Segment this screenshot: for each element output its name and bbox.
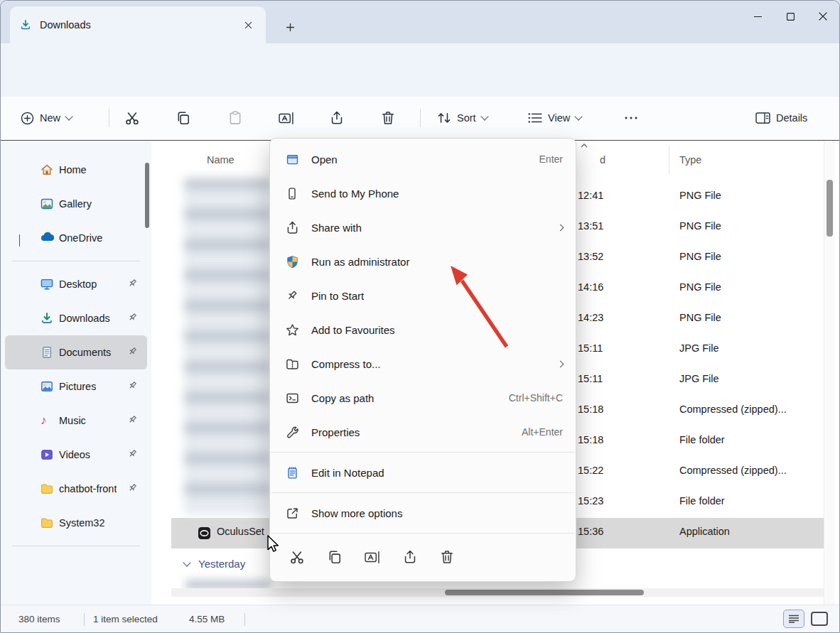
sidebar-item-home[interactable]: Home bbox=[5, 153, 147, 187]
close-button[interactable] bbox=[807, 1, 839, 32]
maximize-button[interactable] bbox=[774, 1, 807, 32]
chevron-right-icon[interactable] bbox=[19, 234, 20, 246]
type-cell: JPG File bbox=[679, 342, 719, 354]
new-button-label: New bbox=[40, 112, 60, 124]
column-header-type[interactable]: Type bbox=[679, 154, 701, 166]
sidebar-item-documents[interactable]: Documents bbox=[5, 335, 147, 369]
menu-item-pin-to-start[interactable]: Pin to Start bbox=[270, 278, 576, 313]
navigation-pane: Home Gallery OneDrive Desktop bbox=[1, 141, 151, 605]
pin-icon bbox=[127, 278, 139, 289]
menu-item-show-more-options[interactable]: Show more options bbox=[270, 496, 576, 530]
menu-item-send-to-my-phone[interactable]: Send to My Phone bbox=[270, 176, 576, 210]
delete-button[interactable] bbox=[377, 97, 399, 139]
menu-item-compress-to[interactable]: Compress to... bbox=[270, 347, 576, 381]
new-tab-button[interactable] bbox=[280, 17, 300, 37]
sidebar-scrollbar-thumb[interactable] bbox=[145, 163, 149, 228]
menu-item-open[interactable]: Open Enter bbox=[270, 142, 576, 176]
sort-button-label: Sort bbox=[457, 112, 476, 124]
date-modified-cell: 15:18 bbox=[578, 434, 603, 445]
pin-icon bbox=[127, 482, 139, 494]
notepad-icon bbox=[284, 465, 300, 480]
rename-button[interactable] bbox=[276, 97, 297, 139]
sidebar-item-label: Videos bbox=[59, 449, 90, 460]
sidebar-item-gallery[interactable]: Gallery bbox=[5, 187, 147, 221]
context-menu: Open Enter Send to My Phone Share with R… bbox=[269, 138, 576, 582]
statusbar-divider bbox=[244, 613, 245, 626]
column-header-date-modified[interactable]: d bbox=[600, 154, 605, 166]
vertical-scrollbar-thumb[interactable] bbox=[826, 180, 833, 237]
sidebar-item-chatbot-front[interactable]: chatbot-front bbox=[5, 472, 147, 506]
type-cell: PNG File bbox=[679, 251, 721, 262]
menu-item-label: Properties bbox=[311, 426, 522, 438]
sidebar-item-desktop[interactable]: Desktop bbox=[5, 267, 147, 301]
delete-icon[interactable] bbox=[440, 550, 454, 564]
date-modified-cell: 15:11 bbox=[578, 342, 603, 354]
type-cell: Compressed (zipped)... bbox=[679, 404, 787, 415]
sidebar-item-onedrive[interactable]: OneDrive bbox=[5, 221, 147, 255]
new-button[interactable]: New bbox=[21, 97, 72, 139]
menu-item-run-as-administrator[interactable]: Run as administrator bbox=[270, 244, 576, 278]
type-cell: JPG File bbox=[679, 373, 719, 384]
menu-item-edit-in-notepad[interactable]: Edit in Notepad bbox=[270, 455, 576, 489]
selection-size: 4.55 MB bbox=[189, 614, 225, 624]
details-view-toggle[interactable] bbox=[783, 610, 804, 628]
paste-button[interactable] bbox=[225, 97, 246, 139]
sidebar-item-music[interactable]: ♪ Music bbox=[5, 404, 147, 438]
sidebar-item-system32[interactable]: System32 bbox=[5, 506, 147, 540]
music-icon: ♪ bbox=[41, 414, 53, 427]
tab-close-icon[interactable] bbox=[240, 17, 256, 33]
sidebar-item-label: Home bbox=[59, 164, 87, 175]
menu-item-copy-as-path[interactable]: Copy as path Ctrl+Shift+C bbox=[270, 381, 576, 415]
sidebar-item-label: chatbot-front bbox=[59, 483, 117, 494]
sidebar-divider bbox=[12, 261, 140, 261]
menu-item-properties[interactable]: Properties Alt+Enter bbox=[270, 415, 576, 449]
sidebar-item-videos[interactable]: Videos bbox=[5, 438, 147, 472]
view-button[interactable]: View bbox=[528, 97, 581, 139]
menu-divider bbox=[271, 533, 575, 534]
sidebar-item-pictures[interactable]: Pictures bbox=[5, 369, 147, 404]
see-more-button[interactable] bbox=[620, 97, 642, 139]
column-header-name[interactable]: Name bbox=[207, 154, 235, 166]
chevron-down-icon bbox=[575, 112, 583, 120]
file-explorer-window: Downloads bbox=[0, 0, 840, 633]
date-modified-cell: 15:36 bbox=[578, 526, 603, 537]
rename-icon[interactable] bbox=[365, 551, 380, 564]
path-icon bbox=[284, 391, 300, 405]
share-icon bbox=[284, 220, 300, 234]
menu-item-label: Pin to Start bbox=[311, 290, 563, 302]
share-icon[interactable] bbox=[403, 550, 417, 564]
type-cell: Application bbox=[679, 526, 730, 537]
type-cell: PNG File bbox=[679, 281, 721, 293]
pin-icon bbox=[127, 448, 139, 460]
tab-downloads[interactable]: Downloads bbox=[10, 6, 266, 43]
copy-icon[interactable] bbox=[328, 550, 342, 564]
cut-button[interactable] bbox=[122, 97, 143, 139]
phone-icon bbox=[284, 186, 300, 200]
menu-item-shortcut: Enter bbox=[539, 153, 563, 165]
menu-item-add-to-favourites[interactable]: Add to Favourites bbox=[270, 313, 576, 347]
cut-icon[interactable] bbox=[290, 550, 305, 565]
menu-item-shortcut: Alt+Enter bbox=[522, 426, 563, 438]
menu-item-share-with[interactable]: Share with bbox=[270, 210, 576, 244]
vertical-scrollbar[interactable] bbox=[824, 141, 835, 605]
thumbnail-view-toggle[interactable] bbox=[811, 612, 828, 626]
date-modified-cell: 13:51 bbox=[578, 220, 603, 232]
copy-button[interactable] bbox=[173, 97, 194, 139]
sidebar-item-downloads[interactable]: Downloads bbox=[5, 301, 147, 335]
sort-button[interactable]: Sort bbox=[437, 97, 488, 139]
open-icon bbox=[284, 152, 300, 166]
toolbar-separator bbox=[109, 109, 109, 127]
group-header-yesterday[interactable]: Yesterday bbox=[171, 551, 245, 575]
type-cell: File folder bbox=[679, 434, 725, 445]
sidebar-item-label: OneDrive bbox=[59, 232, 102, 244]
horizontal-scrollbar-thumb[interactable] bbox=[445, 590, 644, 595]
context-menu-quick-actions bbox=[270, 536, 576, 578]
details-button[interactable]: Details bbox=[755, 97, 807, 139]
horizontal-scrollbar[interactable] bbox=[171, 588, 824, 597]
minimize-button[interactable] bbox=[741, 1, 774, 32]
sidebar-item-label: System32 bbox=[59, 517, 104, 529]
pin-icon bbox=[127, 312, 139, 323]
type-cell: PNG File bbox=[679, 312, 721, 323]
share-button[interactable] bbox=[326, 97, 348, 139]
column-divider[interactable] bbox=[669, 146, 669, 175]
